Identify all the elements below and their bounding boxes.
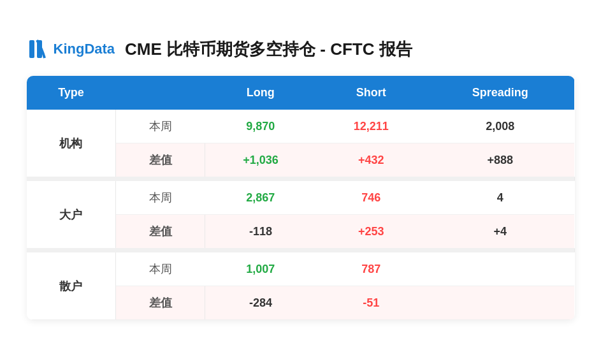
label-cell: 本周 xyxy=(116,110,205,143)
spreading-cell: 4 xyxy=(426,181,574,215)
spreading-cell: +4 xyxy=(426,215,574,249)
short-cell: 746 xyxy=(316,181,426,215)
type-cell: 散户 xyxy=(27,252,116,320)
col-type: Type xyxy=(27,76,116,110)
table-row: 散户本周1,007787 xyxy=(27,252,575,286)
label-cell: 本周 xyxy=(116,252,205,286)
col-short: Short xyxy=(316,76,426,110)
long-cell: -284 xyxy=(205,286,316,320)
svg-rect-0 xyxy=(29,40,34,58)
short-cell: -51 xyxy=(316,286,426,320)
logo-text: KingData xyxy=(54,41,115,57)
long-cell: 1,007 xyxy=(205,252,316,286)
short-cell: +253 xyxy=(316,215,426,249)
short-cell: 12,211 xyxy=(316,110,426,143)
table-row: 机构本周9,87012,2112,008 xyxy=(27,110,575,143)
label-cell: 本周 xyxy=(116,181,205,215)
page-header: KingData CME 比特币期货多空持仓 - CFTC 报告 xyxy=(27,38,575,61)
table-header-row: Type Long Short Spreading xyxy=(27,76,575,110)
spreading-cell xyxy=(426,286,574,320)
label-cell: 差值 xyxy=(116,215,205,249)
table-row: 大户本周2,8677464 xyxy=(27,181,575,215)
logo-icon xyxy=(27,38,50,61)
long-cell: +1,036 xyxy=(205,143,316,177)
col-spreading: Spreading xyxy=(426,76,574,110)
logo: KingData xyxy=(27,38,115,61)
long-cell: -118 xyxy=(205,215,316,249)
label-cell: 差值 xyxy=(116,286,205,320)
spreading-cell xyxy=(426,252,574,286)
short-cell: +432 xyxy=(316,143,426,177)
data-table: Type Long Short Spreading 机构本周9,87012,21… xyxy=(27,76,575,320)
long-cell: 9,870 xyxy=(205,110,316,143)
col-long: Long xyxy=(205,76,316,110)
spreading-cell: +888 xyxy=(426,143,574,177)
type-cell: 大户 xyxy=(27,181,116,249)
long-cell: 2,867 xyxy=(205,181,316,215)
main-container: KingData CME 比特币期货多空持仓 - CFTC 报告 Type Lo… xyxy=(14,25,588,339)
short-cell: 787 xyxy=(316,252,426,286)
page-title: CME 比特币期货多空持仓 - CFTC 报告 xyxy=(125,38,412,61)
type-cell: 机构 xyxy=(27,110,116,177)
col-label xyxy=(116,76,205,110)
spreading-cell: 2,008 xyxy=(426,110,574,143)
label-cell: 差值 xyxy=(116,143,205,177)
